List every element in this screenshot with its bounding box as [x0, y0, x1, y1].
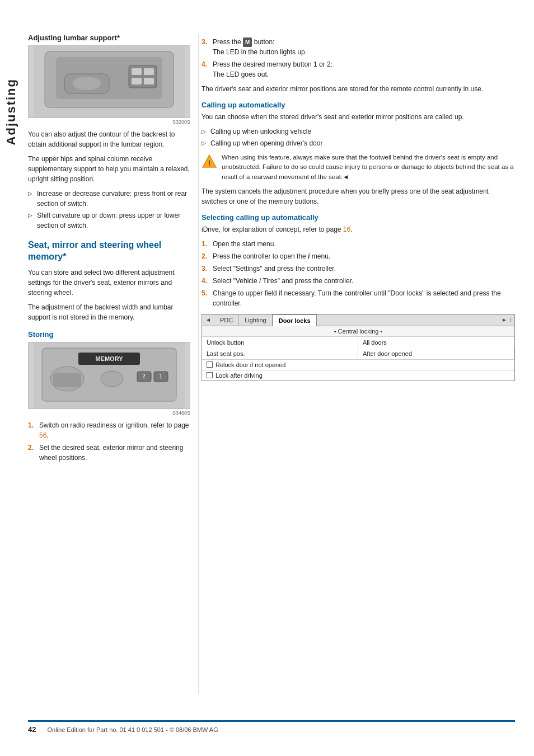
svg-rect-6: [132, 78, 142, 84]
lock-after-driving-row: Lock after driving: [202, 370, 514, 381]
link-page16[interactable]: 16: [343, 226, 350, 233]
step4-detail: The driver's seat and exterior mirror po…: [202, 84, 515, 94]
tab-arrow-left[interactable]: ◄: [202, 314, 214, 325]
right-step-r2: 2. Press the controller to open the i me…: [202, 251, 515, 261]
right-step-4: 4. Press the desired memory button 1 or …: [202, 59, 515, 79]
door-locks-tabs: ◄ PDC Lighting Door locks ► ↕: [202, 314, 514, 326]
footer-text: Online Edition for Part no. 01 41 0 012 …: [47, 726, 218, 733]
lumbar-p2: The upper hips and spinal column receive…: [28, 154, 190, 184]
lumbar-p1: You can also adjust the contour of the b…: [28, 129, 190, 149]
central-locking-row: • Central locking •: [202, 326, 514, 337]
seat-p1: You can store and select two different a…: [28, 267, 190, 298]
svg-rect-7: [144, 78, 154, 84]
svg-rect-4: [132, 68, 142, 75]
tab-right-icons: ► ↕: [502, 317, 514, 323]
tab-pdc[interactable]: PDC: [214, 314, 239, 326]
right-step-r4: 4. Select "Vehicle / Tires" and press th…: [202, 276, 515, 286]
unlock-button-label: Unlock button: [202, 337, 358, 348]
m-button: M: [243, 37, 252, 47]
relock-door-row: Relock door if not opened: [202, 360, 514, 370]
door-locks-panel: ◄ PDC Lighting Door locks ► ↕ • Central …: [202, 314, 515, 381]
warning-icon: !: [202, 154, 217, 170]
svg-rect-15: [53, 373, 81, 387]
lock-checkbox[interactable]: [207, 372, 213, 378]
lumbar-title: Adjusting lumbar support*: [28, 34, 190, 42]
memory-image: MEMORY 2 1: [28, 342, 190, 409]
tab-door-locks[interactable]: Door locks: [273, 314, 317, 326]
calling-bullets: Calling up when unlocking vehicle Callin…: [202, 126, 515, 148]
warning-box: ! When using this feature, always make s…: [202, 153, 515, 182]
right-top-steps: 3. Press the M button: The LED in the bu…: [202, 37, 515, 79]
svg-text:1: 1: [159, 373, 162, 379]
system-p: The system cancels the adjustment proced…: [202, 186, 515, 206]
left-column: Adjusting lumbar support* S3200S You can…: [28, 34, 190, 467]
seat-title: Seat, mirror and steering wheel memory*: [28, 240, 190, 263]
last-seat-pos-label: Last seat pos.: [202, 348, 358, 359]
calling-bullet-1: Calling up when unlocking vehicle: [202, 126, 515, 137]
right-steps: 1. Open the start menu. 2. Press the con…: [202, 239, 515, 308]
all-doors-label: All doors: [358, 337, 514, 348]
relock-checkbox[interactable]: [207, 361, 213, 368]
selecting-title: Selecting calling up automatically: [202, 213, 515, 222]
svg-text:2: 2: [142, 373, 146, 379]
right-step-r1: 1. Open the start menu.: [202, 239, 515, 249]
tab-lighting[interactable]: Lighting: [239, 314, 273, 326]
left-step-2: 2. Set the desired seat, exterior mirror…: [28, 443, 190, 463]
memory-img-caption: S3460S: [28, 410, 190, 416]
right-column: 3. Press the M button: The LED in the bu…: [202, 34, 515, 467]
link-page56[interactable]: 56: [39, 431, 46, 439]
lumbar-bullets: Increase or decrease curvature: press fr…: [28, 189, 190, 231]
right-step-r5: 5. Change to upper field if necessary. T…: [202, 288, 515, 308]
svg-point-16: [101, 371, 123, 387]
warning-text: When using this feature, always make sur…: [222, 153, 515, 182]
lumbar-bullet-1: Increase or decrease curvature: press fr…: [28, 189, 190, 209]
storing-label: Storing: [28, 330, 190, 339]
svg-text:MEMORY: MEMORY: [95, 355, 123, 362]
left-steps: 1. Switch on radio readiness or ignition…: [28, 420, 190, 463]
svg-point-9: [73, 77, 101, 90]
page-number: 42: [28, 725, 36, 734]
calling-p: You can choose when the stored driver's …: [202, 112, 515, 122]
lumbar-bullet-2: Shift curvature up or down: press upper …: [28, 210, 190, 231]
door-locks-grid: Unlock button All doors Last seat pos. A…: [202, 337, 514, 360]
tab-icon-extra: ↕: [509, 317, 512, 323]
page-footer: 42 Online Edition for Part no. 01 41 0 0…: [28, 720, 515, 734]
right-step-3: 3. Press the M button: The LED in the bu…: [202, 37, 515, 57]
after-door-opened-label: After door opened: [358, 348, 514, 359]
left-step-1: 1. Switch on radio readiness or ignition…: [28, 420, 190, 440]
lumbar-image: [28, 45, 190, 118]
svg-rect-5: [144, 68, 154, 75]
lumbar-img-caption: S3200S: [28, 119, 190, 125]
right-step-r3: 3. Select "Settings" and press the contr…: [202, 264, 515, 274]
svg-text:!: !: [208, 159, 210, 167]
sidebar-label: Adjusting: [0, 56, 22, 168]
calling-title: Calling up automatically: [202, 101, 515, 109]
seat-p2: The adjustment of the backrest width and…: [28, 302, 190, 322]
tab-arrow-right[interactable]: ►: [502, 317, 507, 323]
selecting-p1: iDrive, for explanation of concept, refe…: [202, 224, 515, 234]
calling-bullet-2: Calling up when opening driver's door: [202, 138, 515, 148]
main-content: Adjusting lumbar support* S3200S You can…: [28, 34, 515, 467]
i-menu-icon: i: [308, 252, 310, 260]
